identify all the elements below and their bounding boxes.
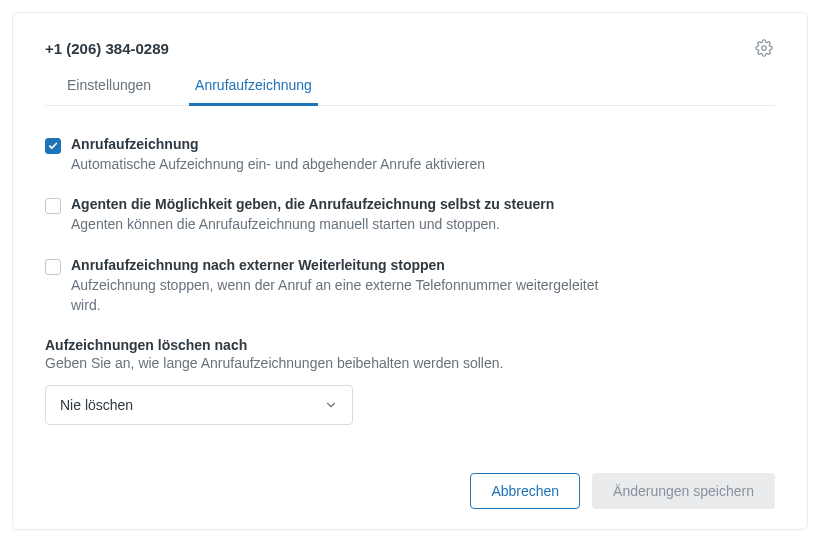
checkbox-call-recording[interactable] bbox=[45, 138, 61, 154]
check-icon bbox=[48, 141, 58, 151]
checkbox-agent-control[interactable] bbox=[45, 198, 61, 214]
chevron-down-icon bbox=[324, 398, 338, 412]
tabs: Einstellungen Anrufaufzeichnung bbox=[45, 67, 775, 106]
option-stop-after-transfer: Anrufaufzeichnung nach externer Weiterle… bbox=[45, 257, 775, 316]
tab-call-recording[interactable]: Anrufaufzeichnung bbox=[195, 67, 312, 105]
retention-desc: Geben Sie an, wie lange Anrufaufzeichnun… bbox=[45, 355, 775, 371]
settings-card: +1 (206) 384-0289 Einstellungen Anrufauf… bbox=[12, 12, 808, 530]
option-desc: Aufzeichnung stoppen, wenn der Anruf an … bbox=[71, 275, 611, 316]
checkbox-stop-after-transfer[interactable] bbox=[45, 259, 61, 275]
option-title: Anrufaufzeichnung nach externer Weiterle… bbox=[71, 257, 775, 273]
retention-select[interactable]: Nie löschen bbox=[45, 385, 353, 425]
footer-actions: Abbrechen Änderungen speichern bbox=[45, 473, 775, 509]
save-button[interactable]: Änderungen speichern bbox=[592, 473, 775, 509]
cancel-button[interactable]: Abbrechen bbox=[470, 473, 580, 509]
gear-icon bbox=[755, 39, 773, 57]
svg-point-0 bbox=[762, 46, 767, 51]
option-title: Anrufaufzeichnung bbox=[71, 136, 775, 152]
retention-selected-value: Nie löschen bbox=[60, 397, 133, 413]
option-desc: Automatische Aufzeichnung ein- und abgeh… bbox=[71, 154, 611, 174]
option-agent-control: Agenten die Möglichkeit geben, die Anruf… bbox=[45, 196, 775, 234]
phone-number: +1 (206) 384-0289 bbox=[45, 40, 169, 57]
option-title: Agenten die Möglichkeit geben, die Anruf… bbox=[71, 196, 775, 212]
settings-gear-button[interactable] bbox=[753, 37, 775, 59]
card-header: +1 (206) 384-0289 bbox=[45, 37, 775, 59]
option-desc: Agenten können die Anrufaufzeichnung man… bbox=[71, 214, 611, 234]
tab-settings[interactable]: Einstellungen bbox=[67, 67, 151, 105]
retention-title: Aufzeichnungen löschen nach bbox=[45, 337, 775, 353]
option-call-recording: Anrufaufzeichnung Automatische Aufzeichn… bbox=[45, 136, 775, 174]
